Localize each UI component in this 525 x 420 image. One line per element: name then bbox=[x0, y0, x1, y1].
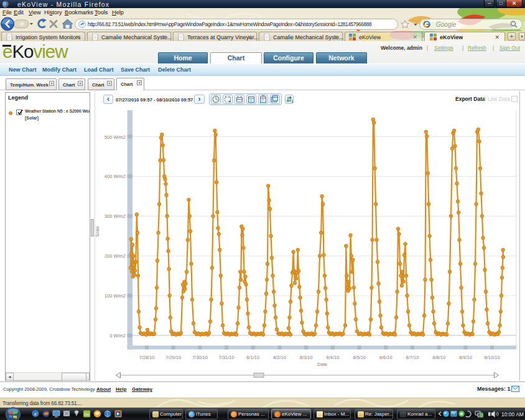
svg-text:500 W/m2: 500 W/m2 bbox=[105, 134, 126, 140]
svg-text:200 W/m2: 200 W/m2 bbox=[105, 253, 126, 259]
svg-text:8/9/10: 8/9/10 bbox=[459, 355, 472, 360]
svg-text:e: e bbox=[34, 411, 37, 417]
svg-text:Solar: Solar bbox=[95, 226, 100, 237]
svg-text:Google: Google bbox=[436, 21, 457, 28]
svg-text:8/5/10: 8/5/10 bbox=[353, 355, 366, 360]
svg-text:Date: Date bbox=[317, 362, 327, 367]
svg-text:On: On bbox=[84, 413, 89, 416]
svg-text:7/29/10: 7/29/10 bbox=[165, 355, 181, 360]
svg-text:400 W/m2: 400 W/m2 bbox=[105, 174, 126, 179]
svg-text:300 W/m2: 300 W/m2 bbox=[105, 213, 126, 219]
svg-text:0 W/m2: 0 W/m2 bbox=[109, 333, 126, 338]
svg-text:8/2/10: 8/2/10 bbox=[273, 355, 286, 360]
svg-text:8/3/10: 8/3/10 bbox=[300, 355, 313, 360]
svg-text:7/30/10: 7/30/10 bbox=[192, 355, 208, 360]
svg-text:8/7/10: 8/7/10 bbox=[406, 355, 419, 360]
svg-text:8/10/10: 8/10/10 bbox=[485, 355, 500, 360]
svg-text:10:00 AM: 10:00 AM bbox=[501, 411, 524, 418]
svg-text:8/1/10: 8/1/10 bbox=[246, 355, 259, 360]
svg-text:7/31/10: 7/31/10 bbox=[219, 355, 235, 360]
svg-text:8/4/10: 8/4/10 bbox=[326, 355, 339, 360]
svg-text:100 W/m2: 100 W/m2 bbox=[105, 293, 126, 299]
svg-text:8/8/10: 8/8/10 bbox=[432, 355, 445, 360]
svg-text:7/28/10: 7/28/10 bbox=[139, 355, 154, 360]
svg-text:8/6/10: 8/6/10 bbox=[379, 355, 393, 360]
